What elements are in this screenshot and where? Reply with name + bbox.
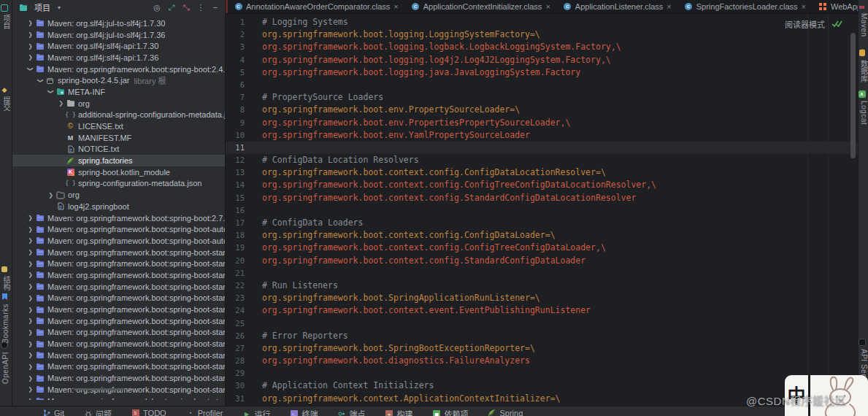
chevron-right-icon[interactable]: ❯ bbox=[26, 341, 35, 347]
editor-scrollbar-thumb[interactable] bbox=[850, 33, 856, 158]
chevron-right-icon[interactable]: ❯ bbox=[26, 363, 35, 370]
tree-item[interactable]: ❯ Maven: org.springframework.boot:spring… bbox=[12, 235, 225, 247]
chevron-right-icon[interactable]: ❯ bbox=[26, 215, 35, 221]
code-line[interactable]: 11 bbox=[226, 142, 859, 154]
tree-item[interactable]: ❯ Maven: org.springframework.boot:spring… bbox=[12, 372, 225, 384]
tree-item[interactable]: ❯ Maven: org.springframework.boot:spring… bbox=[12, 258, 225, 269]
toolwindow-button-2[interactable]: 结构 bbox=[0, 264, 12, 291]
tree-item[interactable]: K spring-boot.kotlin_module bbox=[12, 166, 225, 178]
chevron-right-icon[interactable]: ❯ bbox=[26, 261, 35, 267]
chevron-right-icon[interactable]: ❯ bbox=[26, 307, 35, 313]
chevron-right-icon[interactable]: ❯ bbox=[26, 20, 35, 26]
tree-item[interactable]: ❯ Maven: org.slf4j:jul-to-slf4j:1.7.30 bbox=[12, 18, 225, 29]
code-line[interactable]: 12 # ConfigData Location Resolvers bbox=[226, 154, 859, 166]
close-icon[interactable]: × bbox=[545, 3, 550, 11]
bottom-tool-todo[interactable]: ≡ TODO bbox=[131, 408, 166, 416]
chevron-right-icon[interactable]: ❯ bbox=[46, 192, 55, 199]
code-line[interactable]: 27 org.springframework.boot.SpringBootEx… bbox=[226, 342, 859, 355]
code-line[interactable]: 19 org.springframework.boot.context.conf… bbox=[226, 242, 859, 254]
tree-item[interactable]: ❯ Maven: org.springframework.boot:spring… bbox=[12, 350, 225, 361]
code-line[interactable]: 14 org.springframework.boot.context.conf… bbox=[226, 179, 859, 191]
bottom-tool-dependencies[interactable]: ▦ 依赖项 bbox=[432, 408, 468, 416]
editor-tab[interactable]: C ApplicationListener.class × bbox=[557, 0, 678, 13]
tree-item[interactable]: ❯ org bbox=[12, 98, 225, 109]
code-line[interactable]: 9 org.springframework.boot.env.Propertie… bbox=[226, 117, 859, 129]
bottom-tool-git[interactable]: Git bbox=[42, 408, 64, 416]
close-icon[interactable]: × bbox=[667, 3, 671, 11]
tree-item[interactable]: ❯ Maven: org.springframework.boot:spring… bbox=[12, 212, 225, 224]
chevron-right-icon[interactable]: ❯ bbox=[26, 237, 35, 244]
tree-item[interactable]: ❯ Maven: org.springframework.boot:spring… bbox=[12, 247, 225, 258]
toolwindow-button-1[interactable]: ◆ 提交 bbox=[0, 85, 12, 112]
code-line[interactable]: 2 org.springframework.boot.logging.Loggi… bbox=[226, 28, 859, 41]
code-line[interactable]: 8 org.springframework.boot.env.PropertyS… bbox=[226, 104, 859, 116]
chevron-down-icon[interactable]: ❯ bbox=[46, 88, 55, 95]
toolwindow-button-1[interactable]: 数据库 bbox=[859, 48, 868, 83]
tree-item[interactable]: { } additional-spring-configuration-meta… bbox=[12, 109, 225, 121]
chevron-down-icon[interactable]: ▾ bbox=[54, 2, 64, 12]
code-line[interactable]: 6 bbox=[226, 79, 859, 91]
tree-item[interactable]: ❯ org bbox=[12, 189, 225, 201]
tree-item[interactable]: { } spring-configuration-metadata.json bbox=[12, 178, 225, 190]
editor-tab[interactable]: C ApplicationContextInitializer.class × bbox=[405, 0, 557, 13]
code-line[interactable]: 23 org.springframework.boot.SpringApplic… bbox=[226, 292, 859, 304]
toolwindow-button-3[interactable]: Bookmarks bbox=[0, 292, 12, 344]
tree-item[interactable]: ❯ Maven: org.slf4j:slf4j-api:1.7.36 bbox=[12, 52, 225, 63]
tree-item[interactable]: ❯ Maven: org.springframework.boot:spring… bbox=[12, 338, 225, 350]
toolwindow-button-4[interactable]: OpenAPI bbox=[0, 340, 12, 384]
code-line[interactable]: 16 bbox=[226, 204, 859, 217]
tree-item[interactable]: ❯ Maven: org.springframework.boot:spring… bbox=[12, 281, 225, 293]
tree-item[interactable]: NOTICE.txt bbox=[12, 144, 225, 155]
tree-item[interactable]: ❯ META-INF bbox=[12, 86, 225, 98]
code-line[interactable]: 4 org.springframework.boot.logging.log4j… bbox=[226, 54, 859, 66]
code-line[interactable]: 5 org.springframework.boot.logging.java.… bbox=[226, 66, 859, 79]
code-line[interactable]: 18 org.springframework.boot.context.conf… bbox=[226, 229, 859, 242]
tree-item[interactable]: ❯ Maven: org.springframework.boot:spring… bbox=[12, 327, 225, 339]
tree-item[interactable]: ❯ Maven: org.springframework.boot:spring… bbox=[12, 396, 225, 400]
chevron-right-icon[interactable]: ❯ bbox=[26, 249, 35, 255]
chevron-right-icon[interactable]: ❯ bbox=[26, 295, 35, 301]
code-line[interactable]: 15 org.springframework.boot.context.conf… bbox=[226, 192, 859, 204]
toolwindow-button-3[interactable]: API Sec bbox=[859, 337, 868, 378]
close-icon[interactable]: × bbox=[802, 3, 806, 11]
chevron-right-icon[interactable]: ❯ bbox=[26, 31, 35, 38]
chevron-right-icon[interactable]: ❯ bbox=[26, 375, 35, 382]
code-line[interactable]: 29 bbox=[226, 367, 859, 380]
chevron-right-icon[interactable]: ❯ bbox=[26, 283, 35, 290]
tree-item[interactable]: ❯ Maven: org.springframework.boot:spring… bbox=[12, 304, 225, 315]
tree-item[interactable]: ❯ Maven: org.slf4j:jul-to-slf4j:1.7.36 bbox=[12, 29, 225, 41]
code-line[interactable]: 30 # Application Context Initializers bbox=[226, 380, 859, 392]
bottom-tool-problems[interactable]: 问题 bbox=[84, 408, 112, 416]
chevron-right-icon[interactable]: ❯ bbox=[26, 271, 35, 278]
code-line[interactable]: 26 # Error Reporters bbox=[226, 330, 859, 342]
bottom-tool-spring-small[interactable]: Spring bbox=[488, 408, 523, 416]
tree-item[interactable]: ❯ Maven: org.springframework.boot:spring… bbox=[12, 293, 225, 304]
code-line[interactable]: 1 # Logging Systems bbox=[226, 16, 859, 28]
chevron-right-icon[interactable]: ❯ bbox=[26, 226, 35, 233]
tree-horizontal-scrollbar[interactable] bbox=[74, 388, 125, 390]
chevron-right-icon[interactable]: ❯ bbox=[26, 398, 35, 400]
chevron-right-icon[interactable]: ❯ bbox=[56, 100, 66, 107]
chevron-down-icon[interactable]: ❯ bbox=[26, 66, 35, 72]
reader-mode-toggle[interactable]: 阅读器模式 bbox=[785, 18, 842, 30]
code-line[interactable]: 20 org.springframework.boot.context.conf… bbox=[226, 255, 859, 267]
editor-tab[interactable]: C SpringFactoriesLoader.class × bbox=[678, 0, 813, 13]
tree-item[interactable]: spring.factories bbox=[12, 155, 225, 166]
tree-item[interactable]: ❯ Maven: org.slf4j:slf4j-api:1.7.30 bbox=[12, 40, 225, 52]
code-line[interactable]: 28 org.springframework.boot.diagnostics.… bbox=[226, 355, 859, 367]
chevron-right-icon[interactable]: ❯ bbox=[26, 329, 35, 336]
code-area[interactable]: 1 # Logging Systems 2 org.springframewor… bbox=[226, 14, 859, 405]
code-line[interactable]: 25 bbox=[226, 317, 859, 330]
tree-item[interactable]: ❯ Maven: org.springframework.boot:spring… bbox=[12, 223, 225, 235]
toolwindow-button-0[interactable]: 项目 bbox=[0, 3, 12, 30]
expand-all-icon[interactable]: ⤢ bbox=[166, 2, 177, 12]
bottom-tool-profiler[interactable]: ◔ Profiler bbox=[186, 408, 223, 416]
hide-icon[interactable]: − bbox=[210, 2, 220, 12]
chevron-right-icon[interactable]: ❯ bbox=[26, 54, 35, 61]
chevron-right-icon[interactable]: ❯ bbox=[26, 43, 35, 50]
code-line[interactable]: 13 org.springframework.boot.context.conf… bbox=[226, 166, 859, 179]
tree-item[interactable]: ❯ Maven: org.springframework.boot:spring… bbox=[12, 63, 225, 75]
code-line[interactable]: 17 # ConfigData Loaders bbox=[226, 217, 859, 229]
editor-tab[interactable]: C AnnotationAwareOrderComparator.class × bbox=[228, 0, 405, 13]
toolwindow-button-2[interactable]: ᴧ Logcat bbox=[859, 89, 868, 125]
